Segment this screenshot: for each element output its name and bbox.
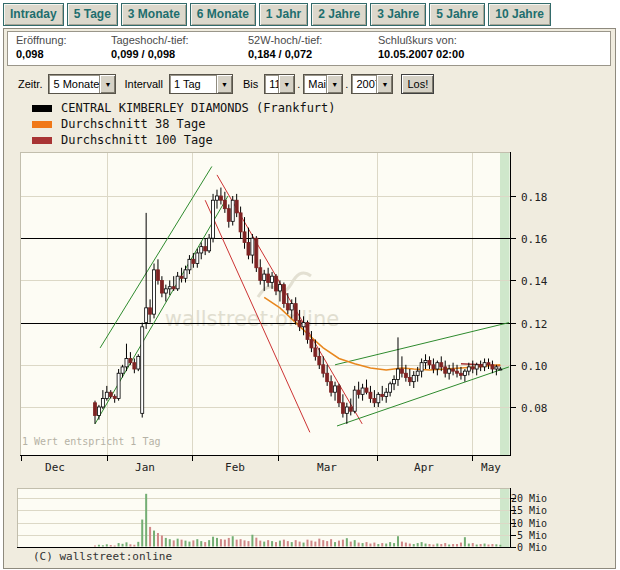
legend-swatch <box>32 105 52 112</box>
month-select-value: Mai <box>304 75 326 93</box>
close-label: Schlußkurs von: <box>378 34 464 46</box>
legend-label: Durchschnitt 100 Tage <box>61 133 213 147</box>
legend-swatch <box>32 121 52 128</box>
chevron-down-icon[interactable]: ▼ <box>376 75 392 93</box>
day-range-value: 0,099 / 0,098 <box>111 48 189 60</box>
interval-label: Intervall <box>124 78 163 90</box>
tab-3-monate[interactable]: 3 Monate <box>121 3 187 26</box>
chart-controls: Zeitr. 5 Monate ▼ Intervall 1 Tag ▼ Bis … <box>4 72 615 96</box>
legend-item: Durchschnitt 100 Tage <box>32 132 336 148</box>
open-value: 0,098 <box>16 48 67 60</box>
copyright-text: (C) wallstreet:online <box>33 550 172 563</box>
chart-legend: CENTRAL KIMBERLEY DIAMONDS (Frankfurt)Du… <box>32 100 336 148</box>
quote-info-bar: Eröffnung: 0,098 Tageshoch/-tief: 0,099 … <box>7 31 611 66</box>
legend-item: Durchschnitt 38 Tage <box>32 116 336 132</box>
interval-select[interactable]: 1 Tag ▼ <box>169 74 233 94</box>
year-select[interactable]: 2007 ▼ <box>351 74 393 94</box>
chevron-down-icon[interactable]: ▼ <box>326 75 342 93</box>
period-select-value: 5 Monate <box>49 75 99 93</box>
chevron-down-icon[interactable]: ▼ <box>99 75 115 93</box>
period-select[interactable]: 5 Monate ▼ <box>48 74 116 94</box>
day-range-label: Tageshoch/-tief: <box>111 34 189 46</box>
day-select[interactable]: 11 ▼ <box>264 74 295 94</box>
close-info: Schlußkurs von: 10.05.2007 02:00 <box>378 34 464 60</box>
go-button[interactable]: Los! <box>401 74 434 94</box>
tab-5-tage[interactable]: 5 Tage <box>67 3 118 26</box>
tab-6-monate[interactable]: 6 Monate <box>190 3 256 26</box>
range-tabs: Intraday5 Tage3 Monate6 Monate1 Jahr2 Ja… <box>3 3 551 26</box>
tab-2-jahre[interactable]: 2 Jahre <box>311 3 367 26</box>
date-separator: . <box>345 78 348 90</box>
year-select-value: 2007 <box>352 75 376 93</box>
week52-range-info: 52W-hoch/-tief: 0,184 / 0,072 <box>248 34 322 60</box>
tab-3-jahre[interactable]: 3 Jahre <box>370 3 426 26</box>
chart-panel: Eröffnung: 0,098 Tageshoch/-tief: 0,099 … <box>3 28 616 569</box>
interval-select-value: 1 Tag <box>170 75 216 93</box>
date-separator: . <box>297 78 300 90</box>
chevron-down-icon[interactable]: ▼ <box>278 75 294 93</box>
week52-range-label: 52W-hoch/-tief: <box>248 34 322 46</box>
tab-intraday[interactable]: Intraday <box>3 3 64 26</box>
period-label: Zeitr. <box>18 78 42 90</box>
open-info: Eröffnung: 0,098 <box>16 34 67 60</box>
day-range-info: Tageshoch/-tief: 0,099 / 0,098 <box>111 34 189 60</box>
tab-1-jahr[interactable]: 1 Jahr <box>259 3 308 26</box>
legend-label: Durchschnitt 38 Tage <box>61 117 206 131</box>
week52-range-value: 0,184 / 0,072 <box>248 48 322 60</box>
tab-5-jahre[interactable]: 5 Jahre <box>429 3 485 26</box>
legend-swatch <box>32 137 52 144</box>
day-select-value: 11 <box>265 75 278 93</box>
until-label: Bis <box>243 78 258 90</box>
tab-10-jahre[interactable]: 10 Jahre <box>488 3 551 26</box>
legend-item: CENTRAL KIMBERLEY DIAMONDS (Frankfurt) <box>32 100 336 116</box>
legend-label: CENTRAL KIMBERLEY DIAMONDS (Frankfurt) <box>61 101 336 115</box>
month-select[interactable]: Mai ▼ <box>303 74 343 94</box>
chevron-down-icon[interactable]: ▼ <box>216 75 232 93</box>
close-value: 10.05.2007 02:00 <box>378 48 464 60</box>
open-label: Eröffnung: <box>16 34 67 46</box>
stock-chart-widget: Intraday5 Tage3 Monate6 Monate1 Jahr2 Ja… <box>0 0 620 570</box>
